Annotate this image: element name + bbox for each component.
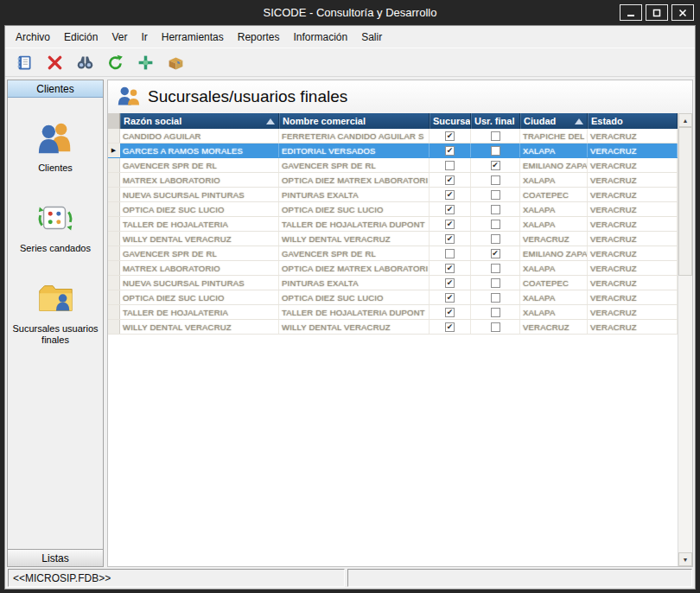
cell-ciudad[interactable]: EMILIANO ZAPATA — [520, 158, 588, 172]
cell-estado[interactable]: VERACRUZ — [588, 246, 678, 260]
cell-razon-social[interactable]: MATREX LABORATORIO — [120, 173, 279, 187]
scrollbar-thumb[interactable] — [678, 127, 692, 276]
checkbox-unchecked[interactable] — [491, 308, 500, 317]
cell-razon-social[interactable]: GARCES A RAMOS MORALES — [120, 143, 279, 157]
checkbox-checked[interactable]: ✔ — [445, 190, 455, 200]
cell-razon-social[interactable]: TALLER DE HOJALATERIA — [120, 217, 279, 231]
cell-razon-social[interactable]: NUEVA SUCURSAL PINTURAS — [120, 276, 279, 290]
sidebar-group-clientes[interactable]: Clientes — [8, 80, 103, 98]
cell-estado[interactable]: VERACRUZ — [588, 143, 678, 157]
cell-nombre-comercial[interactable]: PINTURAS EXALTA — [279, 188, 430, 201]
checkbox-checked[interactable]: ✔ — [445, 322, 455, 332]
cell-nombre-comercial[interactable]: FERRETERIA CANDIDO AGUILAR S — [279, 129, 430, 143]
cell-sucursal[interactable]: ✔ — [430, 188, 471, 201]
cell-usr-final[interactable] — [471, 129, 520, 143]
cell-usr-final[interactable]: ✔ — [471, 246, 520, 260]
checkbox-checked[interactable]: ✔ — [445, 234, 455, 244]
cell-estado[interactable]: VERACRUZ — [588, 129, 678, 143]
checkbox-unchecked[interactable] — [491, 205, 500, 214]
menu-item-herramientas[interactable]: Herramientas — [162, 31, 224, 43]
cell-nombre-comercial[interactable]: PINTURAS EXALTA — [279, 276, 430, 290]
checkbox-unchecked[interactable] — [491, 190, 500, 200]
cell-ciudad[interactable]: COATEPEC — [520, 276, 588, 290]
cell-sucursal[interactable]: ✔ — [430, 320, 471, 334]
column-header-nombre-comercial[interactable]: Nombre comercial — [279, 113, 430, 129]
row-selector[interactable] — [108, 188, 120, 201]
grid-row[interactable]: ▶GARCES A RAMOS MORALESEDITORIAL VERSADO… — [108, 143, 678, 158]
grid-row[interactable]: CANDIDO AGUILARFERRETERIA CANDIDO AGUILA… — [108, 129, 678, 143]
row-selector[interactable] — [108, 173, 120, 187]
checkbox-unchecked[interactable] — [445, 249, 455, 258]
cell-usr-final[interactable] — [471, 320, 520, 334]
checkbox-checked[interactable]: ✔ — [445, 175, 455, 185]
cell-razon-social[interactable]: TALLER DE HOJALATERIA — [120, 305, 279, 319]
row-selector[interactable]: ▶ — [108, 143, 120, 157]
cell-razon-social[interactable]: CANDIDO AGUILAR — [120, 129, 279, 143]
cell-usr-final[interactable] — [471, 217, 520, 231]
checkbox-checked[interactable]: ✔ — [445, 220, 455, 229]
sidebar-item-sucursales-usuarios-finales[interactable]: Sucursales usuarios finales — [8, 279, 103, 348]
cell-nombre-comercial[interactable]: OPTICA DIEZ SUC LUCIO — [279, 290, 430, 304]
row-selector[interactable] — [108, 276, 120, 290]
cell-estado[interactable]: VERACRUZ — [588, 232, 678, 245]
checkbox-checked[interactable]: ✔ — [445, 278, 455, 288]
cell-sucursal[interactable]: ✔ — [430, 202, 471, 216]
cell-estado[interactable]: VERACRUZ — [588, 290, 678, 304]
grid-row[interactable]: NUEVA SUCURSAL PINTURASPINTURAS EXALTA✔C… — [108, 276, 678, 290]
cell-estado[interactable]: VERACRUZ — [588, 276, 678, 290]
checkbox-checked[interactable]: ✔ — [445, 264, 455, 273]
cell-usr-final[interactable]: ✔ — [471, 158, 520, 172]
cell-sucursal[interactable]: ✔ — [430, 129, 471, 143]
cell-sucursal[interactable]: ✔ — [430, 290, 471, 304]
row-selector[interactable] — [108, 305, 120, 319]
cell-usr-final[interactable] — [471, 202, 520, 216]
cell-estado[interactable]: VERACRUZ — [588, 188, 678, 201]
grid-row[interactable]: MATREX LABORATORIOOPTICA DIEZ MATREX LAB… — [108, 261, 678, 276]
cell-razon-social[interactable]: GAVENCER SPR DE RL — [120, 158, 279, 172]
cell-razon-social[interactable]: GAVENCER SPR DE RL — [120, 246, 279, 260]
grid-row[interactable]: GAVENCER SPR DE RLGAVENCER SPR DE RL✔EMI… — [108, 246, 678, 261]
scrollbar-track[interactable] — [678, 127, 692, 552]
toolbar-button-package[interactable] — [162, 50, 188, 74]
cell-razon-social[interactable]: OPTICA DIEZ SUC LUCIO — [120, 290, 279, 304]
menu-item-edicion[interactable]: Edición — [64, 31, 98, 43]
cell-sucursal[interactable] — [430, 158, 471, 172]
cell-ciudad[interactable]: XALAPA — [520, 305, 588, 319]
checkbox-unchecked[interactable] — [491, 146, 500, 156]
scroll-down-button[interactable]: ▼ — [678, 552, 692, 566]
toolbar-button-navigate[interactable] — [132, 50, 158, 74]
cell-nombre-comercial[interactable]: GAVENCER SPR DE RL — [279, 246, 430, 260]
cell-razon-social[interactable]: MATREX LABORATORIO — [120, 261, 279, 275]
column-header-ciudad[interactable]: Ciudad — [520, 113, 588, 129]
cell-usr-final[interactable] — [471, 261, 520, 275]
cell-nombre-comercial[interactable]: OPTICA DIEZ SUC LUCIO — [279, 202, 430, 216]
cell-ciudad[interactable]: XALAPA — [520, 261, 588, 275]
sidebar-item-clientes[interactable]: Clientes — [8, 118, 103, 175]
vertical-scrollbar[interactable]: ▲ ▼ — [678, 113, 692, 566]
cell-usr-final[interactable] — [471, 305, 520, 319]
row-selector[interactable] — [108, 129, 120, 143]
cell-sucursal[interactable]: ✔ — [430, 217, 471, 231]
column-header-usr-final[interactable]: Usr. final — [471, 113, 520, 129]
cell-sucursal[interactable]: ✔ — [430, 173, 471, 187]
cell-nombre-comercial[interactable]: TALLER DE HOJALATERIA DUPONT — [279, 305, 430, 319]
column-header-estado[interactable]: Estado — [588, 113, 678, 129]
grid-row[interactable]: WILLY DENTAL VERACRUZWILLY DENTAL VERACR… — [108, 320, 678, 335]
cell-razon-social[interactable]: WILLY DENTAL VERACRUZ — [120, 232, 279, 245]
cell-razon-social[interactable]: OPTICA DIEZ SUC LUCIO — [120, 202, 279, 216]
row-selector[interactable] — [108, 290, 120, 304]
cell-estado[interactable]: VERACRUZ — [588, 217, 678, 231]
checkbox-checked[interactable]: ✔ — [445, 131, 455, 141]
cell-usr-final[interactable] — [471, 232, 520, 245]
grid-row[interactable]: TALLER DE HOJALATERIATALLER DE HOJALATER… — [108, 305, 678, 320]
scroll-up-button[interactable]: ▲ — [678, 113, 692, 127]
checkbox-unchecked[interactable] — [491, 234, 500, 244]
row-selector[interactable] — [108, 246, 120, 260]
cell-sucursal[interactable]: ✔ — [430, 261, 471, 275]
grid-row[interactable]: OPTICA DIEZ SUC LUCIOOPTICA DIEZ SUC LUC… — [108, 202, 678, 217]
cell-estado[interactable]: VERACRUZ — [588, 202, 678, 216]
checkbox-checked[interactable]: ✔ — [445, 205, 455, 214]
toolbar-button-delete[interactable] — [41, 50, 67, 74]
row-selector[interactable] — [108, 320, 120, 334]
toolbar-button-refresh[interactable] — [102, 50, 128, 74]
